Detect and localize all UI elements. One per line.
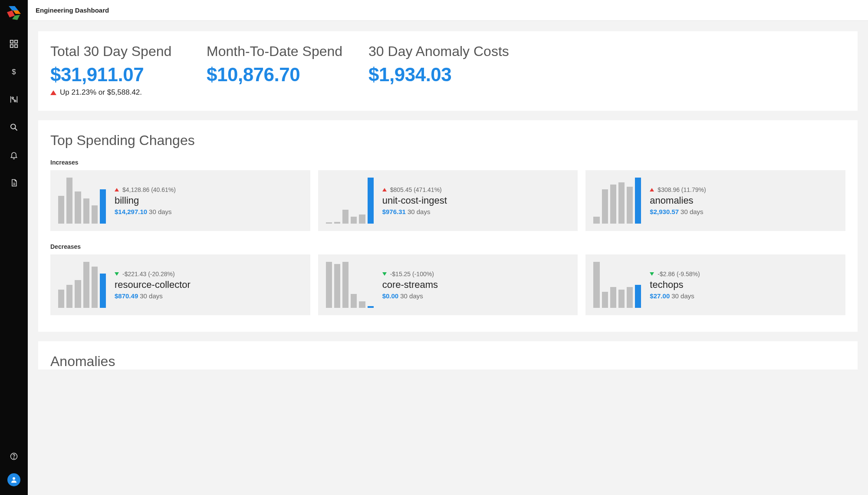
card-body: $4,128.86 (40.61%)billing$14,297.1030 da… xyxy=(115,186,302,215)
trend-down-icon xyxy=(382,272,387,276)
trend-up-icon xyxy=(50,90,56,95)
svg-point-10 xyxy=(14,100,16,102)
bar xyxy=(593,217,599,224)
card-delta: $805.45 (471.41%) xyxy=(382,186,570,193)
card-period: 30 days xyxy=(140,292,163,300)
kpi-value: $10,876.70 xyxy=(207,64,342,86)
trend-down-icon xyxy=(650,272,654,276)
card-amount: $27.00 xyxy=(650,292,670,300)
costs-icon[interactable]: $ xyxy=(9,67,19,76)
kpi-sub: Up 21.23% or $5,588.42. xyxy=(50,88,181,97)
section-title: Top Spending Changes xyxy=(50,132,845,148)
mini-bar-chart xyxy=(593,262,641,308)
bar xyxy=(602,189,608,224)
content: Total 30 Day Spend $31,911.07 Up 21.23% … xyxy=(28,21,868,495)
card-period: 30 days xyxy=(408,208,431,215)
trend-up-icon xyxy=(382,188,387,191)
dashboard-icon[interactable] xyxy=(9,39,19,49)
search-icon[interactable] xyxy=(9,122,19,132)
svg-rect-6 xyxy=(10,45,13,47)
bar xyxy=(326,222,332,224)
card-body: -$221.43 (-20.28%)resource-collector$870… xyxy=(115,271,302,300)
sidebar: $ xyxy=(0,0,28,495)
bar xyxy=(75,280,81,308)
svg-point-17 xyxy=(13,477,15,480)
avatar[interactable] xyxy=(7,473,20,486)
spend-card-techops[interactable]: -$2.86 (-9.58%)techops$27.0030 days xyxy=(585,254,845,315)
bar xyxy=(351,294,357,308)
delta-text: $4,128.86 (40.61%) xyxy=(122,186,176,193)
kpi-sub-text: Up 21.23% or $5,588.42. xyxy=(60,88,142,97)
kpi-anomaly: 30 Day Anomaly Costs $1,934.03 xyxy=(368,43,509,97)
card-delta: $308.96 (11.79%) xyxy=(650,186,838,193)
card-amount: $0.00 xyxy=(382,292,399,300)
trend-up-icon xyxy=(115,188,119,191)
bar xyxy=(351,217,357,224)
card-bottom: $14,297.1030 days xyxy=(115,208,302,215)
svg-point-16 xyxy=(13,458,14,459)
bar xyxy=(593,262,599,308)
bar xyxy=(66,285,72,308)
help-icon[interactable] xyxy=(9,452,19,461)
spend-card-resource-collector[interactable]: -$221.43 (-20.28%)resource-collector$870… xyxy=(50,254,310,315)
svg-rect-7 xyxy=(15,45,17,47)
trend-down-icon xyxy=(115,272,119,276)
bar xyxy=(58,290,64,308)
kpi-value: $1,934.03 xyxy=(368,64,509,86)
svg-marker-1 xyxy=(13,10,21,14)
card-amount: $976.31 xyxy=(382,208,406,215)
decreases-row: -$221.43 (-20.28%)resource-collector$870… xyxy=(50,254,845,315)
increases-label: Increases xyxy=(50,159,845,166)
logo[interactable] xyxy=(5,4,23,22)
svg-rect-4 xyxy=(10,40,13,43)
spend-card-core-streams[interactable]: -$15.25 (-100%)core-streams$0.0030 days xyxy=(318,254,578,315)
card-amount: $870.49 xyxy=(115,292,138,300)
card-body: -$2.86 (-9.58%)techops$27.0030 days xyxy=(650,271,838,300)
spend-card-unit-cost-ingest[interactable]: $805.45 (471.41%)unit-cost-ingest$976.31… xyxy=(318,170,578,231)
bar xyxy=(602,292,608,308)
spend-card-anomalies[interactable]: $308.96 (11.79%)anomalies$2,930.5730 day… xyxy=(585,170,845,231)
kpi-mtd: Month-To-Date Spend $10,876.70 xyxy=(207,43,342,97)
card-period: 30 days xyxy=(671,292,694,300)
trend-up-icon xyxy=(650,188,654,191)
svg-marker-0 xyxy=(9,6,18,10)
kpi-total-30-day: Total 30 Day Spend $31,911.07 Up 21.23% … xyxy=(50,43,181,97)
spend-card-billing[interactable]: $4,128.86 (40.61%)billing$14,297.1030 da… xyxy=(50,170,310,231)
mini-bar-chart xyxy=(58,178,106,224)
card-period: 30 days xyxy=(149,208,172,215)
card-delta: -$2.86 (-9.58%) xyxy=(650,271,838,277)
section-title: Anomalies xyxy=(50,353,845,370)
card-delta: -$15.25 (-100%) xyxy=(382,271,570,277)
card-body: -$15.25 (-100%)core-streams$0.0030 days xyxy=(382,271,570,300)
card-bottom: $870.4930 days xyxy=(115,292,302,300)
bar xyxy=(66,178,72,224)
bar xyxy=(359,214,365,224)
bar xyxy=(83,262,89,308)
mini-bar-chart xyxy=(593,178,641,224)
card-name: techops xyxy=(650,279,838,290)
delta-text: $805.45 (471.41%) xyxy=(390,186,442,193)
svg-point-9 xyxy=(12,97,13,99)
delta-text: $308.96 (11.79%) xyxy=(658,186,706,193)
bar xyxy=(627,287,633,308)
svg-marker-2 xyxy=(7,10,15,17)
bar xyxy=(618,290,625,308)
bar xyxy=(618,182,625,224)
card-amount: $14,297.10 xyxy=(115,208,147,215)
bar xyxy=(610,185,616,224)
reports-icon[interactable] xyxy=(9,178,19,188)
bar xyxy=(368,178,374,224)
svg-text:$: $ xyxy=(12,68,16,76)
notifications-icon[interactable] xyxy=(9,150,19,160)
card-name: core-streams xyxy=(382,279,570,290)
card-period: 30 days xyxy=(681,208,704,215)
kpi-title: Total 30 Day Spend xyxy=(50,43,181,59)
card-delta: -$221.43 (-20.28%) xyxy=(115,271,302,277)
svg-point-11 xyxy=(11,124,16,129)
bar xyxy=(92,267,98,308)
bar xyxy=(92,205,98,224)
bar xyxy=(368,306,374,308)
branches-icon[interactable] xyxy=(9,95,19,104)
increases-row: $4,128.86 (40.61%)billing$14,297.1030 da… xyxy=(50,170,845,231)
delta-text: -$2.86 (-9.58%) xyxy=(658,271,700,277)
